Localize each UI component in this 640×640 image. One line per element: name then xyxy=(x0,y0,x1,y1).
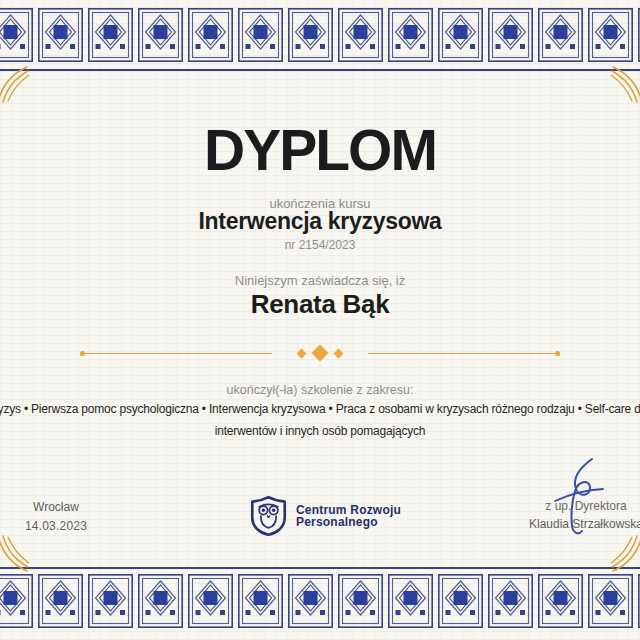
border-tile-icon xyxy=(188,8,233,62)
border-tile-icon xyxy=(588,574,633,628)
guilloche-background xyxy=(0,0,640,640)
border-top-line xyxy=(0,69,640,71)
gold-leaf-ornament-icon xyxy=(0,66,37,106)
border-tile-icon xyxy=(488,574,533,628)
owl-shield-logo-icon xyxy=(250,495,287,537)
border-tile-icon xyxy=(188,574,233,628)
date-label: 14.03.2023 xyxy=(6,519,106,533)
place-date-block: Wrocław 14.03.2023 xyxy=(6,500,106,533)
border-tile-icon xyxy=(238,8,283,62)
recipient-name: Renata Bąk xyxy=(0,289,640,320)
border-tile-icon xyxy=(538,8,583,62)
scope-topics-line1: Kryzys • Pierwsza pomoc psychologiczna •… xyxy=(0,402,640,416)
border-tile-icon xyxy=(338,574,383,628)
border-top xyxy=(0,8,640,62)
divider-line xyxy=(368,353,555,354)
divider-line xyxy=(85,353,272,354)
border-tile-icon xyxy=(38,8,83,62)
scope-topics-line2: interwentów i innych osób pomagających xyxy=(215,424,426,438)
organization-name-line2: Personalnego xyxy=(296,516,401,529)
course-name: Interwencja kryzysowa xyxy=(0,208,640,235)
certificate-title: DYPLOM xyxy=(0,117,640,183)
border-tile-icon xyxy=(138,8,183,62)
organization-name: Centrum Rozwoju Personalnego xyxy=(296,504,401,529)
gold-leaf-ornament-icon xyxy=(603,532,640,572)
border-bottom xyxy=(0,574,640,628)
gold-diamond-divider xyxy=(80,346,560,360)
organization-logo-block: Centrum Rozwoju Personalnego xyxy=(250,495,401,537)
border-tile-icon xyxy=(338,8,383,62)
scope-intro: ukończył(-ła) szkolenie z zakresu: xyxy=(0,383,640,397)
border-tile-icon xyxy=(438,574,483,628)
border-tile-icon xyxy=(438,8,483,62)
diamond-icon xyxy=(297,348,307,358)
certificate-number: nr 2154/2023 xyxy=(0,238,640,252)
border-tile-icon xyxy=(138,574,183,628)
border-tile-icon xyxy=(488,8,533,62)
border-tile-icon xyxy=(588,8,633,62)
border-tile-icon xyxy=(88,574,133,628)
handwritten-signature-icon xyxy=(545,456,607,540)
diamond-icon xyxy=(334,348,344,358)
border-tile-icon xyxy=(388,8,433,62)
certificate-page: DYPLOM ukończenia kursu Interwencja kryz… xyxy=(0,0,640,640)
gold-leaf-ornament-icon xyxy=(603,66,640,106)
border-tile-icon xyxy=(238,574,283,628)
border-tile-icon xyxy=(538,574,583,628)
border-tile-icon xyxy=(388,574,433,628)
border-tile-icon xyxy=(288,574,333,628)
border-tile-icon xyxy=(0,574,33,628)
place-label: Wrocław xyxy=(6,500,106,514)
border-tile-icon xyxy=(38,574,83,628)
gold-leaf-ornament-icon xyxy=(0,532,37,572)
border-bottom-line xyxy=(0,567,640,569)
border-tile-icon xyxy=(0,8,33,62)
border-tile-icon xyxy=(288,8,333,62)
divider-dot xyxy=(555,351,560,356)
statement-text: Niniejszym zaświadcza się, iż xyxy=(0,273,640,288)
border-tile-icon xyxy=(88,8,133,62)
divider-diamonds xyxy=(298,347,342,359)
diamond-icon xyxy=(312,345,329,362)
